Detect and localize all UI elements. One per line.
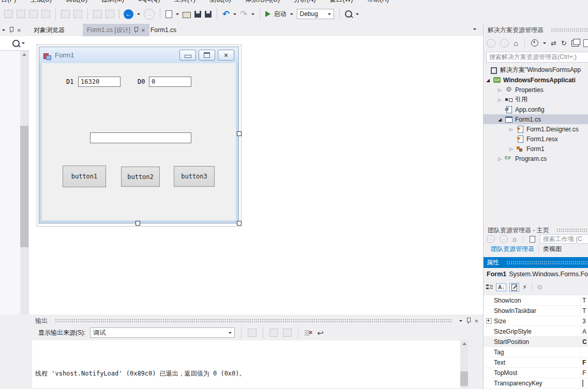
- undo-icon[interactable]: ↶: [222, 10, 230, 19]
- tab-class-view[interactable]: 类视图: [539, 245, 566, 253]
- expander-collapsed-icon[interactable]: ▷: [498, 156, 505, 161]
- designed-form[interactable]: Form1 × D1 16320 D0 0 button1 button2 bu…: [39, 47, 239, 223]
- property-row[interactable]: TransparencyKey: [484, 378, 588, 388]
- menu-item-tools[interactable]: 工具(T): [174, 0, 195, 4]
- navigate-back-icon[interactable]: ←: [124, 9, 133, 19]
- close-icon[interactable]: ×: [474, 318, 478, 324]
- property-row[interactable]: StartPosition C: [484, 337, 588, 347]
- close-button[interactable]: ×: [218, 50, 234, 61]
- events-icon[interactable]: ⚡: [522, 283, 526, 291]
- team-explorer-header[interactable]: 团队资源管理器 - 主页: [484, 225, 588, 235]
- textbox-main[interactable]: [90, 132, 191, 143]
- tree-item-references[interactable]: ▷ 引用: [484, 95, 588, 104]
- refresh-icon[interactable]: ↻: [561, 40, 567, 47]
- textbox-d0[interactable]: 0: [149, 77, 191, 87]
- designer-surface[interactable]: Form1 × D1 16320 D0 0 button1 button2 bu…: [29, 36, 483, 315]
- back-icon[interactable]: ←: [487, 235, 495, 243]
- categorized-icon[interactable]: [486, 284, 493, 290]
- solution-configuration-combo[interactable]: Debug: [297, 9, 334, 19]
- window-menu-caret-icon[interactable]: [2, 29, 5, 31]
- menu-item-build[interactable]: 生成(B): [30, 0, 52, 4]
- navigate-forward-icon[interactable]: →: [144, 9, 155, 20]
- menu-item-help[interactable]: 帮助(H): [367, 0, 389, 4]
- tab-well-overflow-icon[interactable]: [473, 28, 476, 30]
- save-all-icon[interactable]: [205, 11, 212, 18]
- filter-dropdown[interactable]: [543, 42, 546, 44]
- previous-message-icon[interactable]: [269, 328, 278, 337]
- make-same-size-icon[interactable]: [73, 10, 82, 18]
- resize-handle-right[interactable]: [237, 131, 242, 136]
- menu-item-sql[interactable]: SQL(Q): [138, 0, 160, 4]
- scrollbar-thumb[interactable]: [20, 126, 28, 247]
- menu-item-team[interactable]: 团队(M): [101, 0, 124, 4]
- window-menu-caret-icon[interactable]: [459, 320, 462, 322]
- expand-icon[interactable]: [486, 318, 492, 324]
- menu-item-architecture[interactable]: 体系结构(C): [245, 0, 280, 4]
- tree-item-form1cs[interactable]: ◢ Form1.cs: [484, 114, 588, 124]
- close-icon[interactable]: ×: [141, 27, 145, 34]
- menu-item-debug[interactable]: 调试(D): [66, 0, 87, 4]
- close-icon[interactable]: ×: [17, 27, 21, 34]
- start-debug-icon[interactable]: [265, 11, 270, 17]
- tree-item-appconfig[interactable]: App.config: [484, 104, 588, 114]
- redo-icon[interactable]: ↷: [240, 10, 247, 19]
- property-row[interactable]: Tag: [484, 347, 588, 357]
- next-message-icon[interactable]: [283, 328, 292, 337]
- align-centers-icon[interactable]: [17, 10, 25, 18]
- make-same-width-icon[interactable]: [61, 10, 70, 18]
- open-file-icon[interactable]: [183, 12, 191, 18]
- tree-item-project[interactable]: ◢ WindowsFormsApplicati: [484, 75, 588, 85]
- maximize-button[interactable]: [199, 50, 215, 61]
- send-to-back-icon[interactable]: [105, 10, 114, 18]
- sync-with-active-document-icon[interactable]: ⇄: [551, 40, 556, 47]
- alphabetical-toggle[interactable]: A↓: [496, 283, 506, 291]
- undo-dropdown[interactable]: [233, 13, 236, 15]
- menu-item-window[interactable]: 窗口(W): [329, 0, 353, 4]
- scroll-up-icon[interactable]: [462, 342, 466, 345]
- search-options-caret-icon[interactable]: [22, 42, 25, 44]
- work-items-icon[interactable]: [530, 236, 535, 243]
- property-row[interactable]: ShowIcon T: [484, 295, 588, 306]
- color-swatch[interactable]: [582, 380, 583, 387]
- pin-icon[interactable]: [134, 27, 138, 33]
- properties-object-row[interactable]: Form1 System.Windows.Forms.Fo: [484, 268, 588, 280]
- tree-item-properties[interactable]: ▷ Properties: [484, 85, 588, 95]
- expander-collapsed-icon[interactable]: ▷: [498, 97, 505, 102]
- tree-item-solution[interactable]: 解决方案"WindowsFormsApp: [484, 65, 588, 75]
- menu-item-analyze[interactable]: 分析(N): [294, 0, 315, 4]
- solution-search-input[interactable]: 搜索解决方案资源管理器(Ctrl+;): [486, 52, 588, 63]
- property-row[interactable]: Text F: [484, 357, 588, 368]
- textbox-d1[interactable]: 16320: [78, 77, 120, 87]
- output-text-area[interactable]: 线程 'vshost.NotifyLoad' (0x89c0) 已退出，返回值为…: [32, 340, 468, 388]
- collapse-all-icon[interactable]: [571, 40, 579, 47]
- property-row[interactable]: ShowInTaskbar T: [484, 306, 588, 316]
- back-icon[interactable]: ←: [487, 39, 495, 48]
- expander-collapsed-icon[interactable]: ▷: [509, 127, 516, 132]
- new-file-icon[interactable]: [165, 10, 172, 18]
- menu-item-project[interactable]: 目(P): [1, 0, 16, 4]
- button2[interactable]: button2: [121, 167, 160, 187]
- tab-form1-design[interactable]: Form1.cs [设计] ×: [83, 24, 149, 36]
- properties-view-toggle[interactable]: [509, 283, 519, 292]
- align-tops-icon[interactable]: [29, 10, 38, 18]
- tab-object-browser[interactable]: 对象浏览器: [29, 24, 69, 36]
- bring-to-front-icon[interactable]: [93, 10, 102, 18]
- property-row[interactable]: Size 3: [484, 316, 588, 326]
- word-wrap-icon[interactable]: ↩: [317, 329, 324, 337]
- expander-collapsed-icon[interactable]: ▷: [498, 87, 505, 93]
- expander-expanded-icon[interactable]: ◢: [486, 78, 493, 83]
- goto-message-icon[interactable]: [248, 328, 257, 337]
- property-row[interactable]: TopMost F: [484, 368, 588, 378]
- redo-dropdown[interactable]: [251, 13, 254, 15]
- home-icon[interactable]: ⌂: [514, 39, 518, 47]
- property-pages-icon[interactable]: ⚙: [537, 283, 543, 291]
- output-source-combo[interactable]: 调试: [90, 327, 235, 338]
- tree-item-designer[interactable]: ▷ Form1.Designer.cs: [484, 124, 588, 134]
- tree-item-resx[interactable]: Form1.resx: [484, 134, 588, 144]
- tab-team-explorer[interactable]: 团队资源管理器: [487, 245, 538, 253]
- menu-item-test[interactable]: 测试(S): [209, 0, 231, 4]
- pin-icon[interactable]: [466, 318, 470, 324]
- clear-all-icon[interactable]: [305, 330, 312, 336]
- button3[interactable]: button3: [174, 166, 215, 187]
- toolbar-grip[interactable]: [118, 9, 120, 19]
